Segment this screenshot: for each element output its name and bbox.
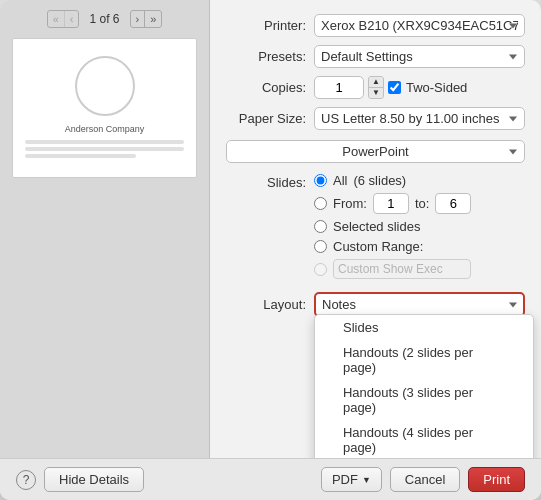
to-input[interactable] [435, 193, 471, 214]
bottom-bar: ? Hide Details PDF ▼ Cancel Print [0, 458, 541, 500]
paper-size-label: Paper Size: [226, 111, 306, 126]
copies-label: Copies: [226, 80, 306, 95]
two-sided-checkbox[interactable] [388, 81, 401, 94]
printer-select[interactable]: Xerox B210 (XRX9C934EAC51C7) [314, 14, 525, 37]
help-button[interactable]: ? [16, 470, 36, 490]
nav-button-group: « ‹ [47, 10, 80, 28]
paper-size-row: Paper Size: US Letter 8.50 by 11.00 inch… [226, 107, 525, 130]
from-slides-radio[interactable] [314, 197, 327, 210]
slides-label: Slides: [226, 173, 306, 190]
dropdown-item-slides[interactable]: Slides [315, 315, 533, 340]
section-row: ➔ PowerPoint [226, 140, 525, 163]
custom-range-radio[interactable] [314, 240, 327, 253]
printer-select-wrapper: Xerox B210 (XRX9C934EAC51C7) [314, 14, 525, 37]
cancel-button[interactable]: Cancel [390, 467, 460, 492]
layout-dropdown-menu: Slides Handouts (2 slides per page) Hand… [314, 314, 534, 458]
slide-text-lines [25, 140, 184, 161]
paper-size-select[interactable]: US Letter 8.50 by 11.00 inches [314, 107, 525, 130]
dropdown-item-handouts-2[interactable]: Handouts (2 slides per page) [315, 340, 533, 380]
next-button-group: › » [130, 10, 163, 28]
pdf-chevron-icon: ▼ [362, 475, 371, 485]
paper-size-select-wrapper: US Letter 8.50 by 11.00 inches [314, 107, 525, 130]
custom-show-select: Custom Show Exec [333, 259, 471, 279]
custom-show-row: Custom Show Exec [314, 259, 471, 279]
powerpoint-section-wrapper: PowerPoint [226, 140, 525, 163]
page-indicator: 1 of 6 [89, 12, 119, 26]
dropdown-item-handouts-4[interactable]: Handouts (4 slides per page) [315, 420, 533, 458]
selected-slides-row: Selected slides [314, 219, 471, 234]
selected-slides-radio[interactable] [314, 220, 327, 233]
print-button[interactable]: Print [468, 467, 525, 492]
custom-range-label: Custom Range: [333, 239, 423, 254]
layout-label: Layout: [226, 297, 306, 312]
layout-container: Layout: Notes Slides Handou [226, 292, 525, 317]
printer-row: Printer: Xerox B210 (XRX9C934EAC51C7) [226, 14, 525, 37]
slide-navigation: « ‹ 1 of 6 › » [47, 10, 163, 28]
from-label: From: [333, 196, 367, 211]
all-slides-radio[interactable] [314, 174, 327, 187]
copies-decrement[interactable]: ▼ [369, 88, 383, 98]
printer-label: Printer: [226, 18, 306, 33]
print-dialog: « ‹ 1 of 6 › » Anderson Company [0, 0, 541, 500]
slides-count: (6 slides) [353, 173, 406, 188]
prev-prev-button[interactable]: « [48, 11, 65, 27]
two-sided-label: Two-Sided [388, 80, 467, 95]
slides-options: All (6 slides) From: to: Selected slides [314, 173, 471, 284]
copies-input[interactable] [314, 76, 364, 99]
copies-stepper: ▲ ▼ [368, 76, 384, 99]
slide-preview: Anderson Company [12, 38, 197, 178]
next-button[interactable]: › [131, 11, 146, 27]
to-label: to: [415, 196, 429, 211]
all-label: All [333, 173, 347, 188]
slide-line-3 [25, 154, 136, 158]
slide-line-2 [25, 147, 184, 151]
presets-row: Presets: Default Settings [226, 45, 525, 68]
settings-panel: Printer: Xerox B210 (XRX9C934EAC51C7) Pr… [210, 0, 541, 458]
presets-select[interactable]: Default Settings [314, 45, 525, 68]
hide-details-button[interactable]: Hide Details [44, 467, 144, 492]
copies-row: Copies: ▲ ▼ Two-Sided [226, 76, 525, 99]
slide-line-1 [25, 140, 184, 144]
powerpoint-section-select[interactable]: PowerPoint [226, 140, 525, 163]
slide-company-name: Anderson Company [65, 124, 145, 134]
preview-panel: « ‹ 1 of 6 › » Anderson Company [0, 0, 210, 458]
all-slides-row: All (6 slides) [314, 173, 471, 188]
presets-label: Presets: [226, 49, 306, 64]
copies-increment[interactable]: ▲ [369, 77, 383, 88]
pdf-button[interactable]: PDF ▼ [321, 467, 382, 492]
from-slides-row: From: to: [314, 193, 471, 214]
slides-row: Slides: All (6 slides) From: to: [226, 173, 525, 284]
from-input[interactable] [373, 193, 409, 214]
slide-circle-graphic [75, 56, 135, 116]
prev-button[interactable]: ‹ [65, 11, 79, 27]
dropdown-item-handouts-3[interactable]: Handouts (3 slides per page) [315, 380, 533, 420]
next-next-button[interactable]: » [145, 11, 161, 27]
selected-slides-label: Selected slides [333, 219, 420, 234]
custom-range-row: Custom Range: [314, 239, 471, 254]
custom-show-radio [314, 263, 327, 276]
presets-select-wrapper: Default Settings [314, 45, 525, 68]
